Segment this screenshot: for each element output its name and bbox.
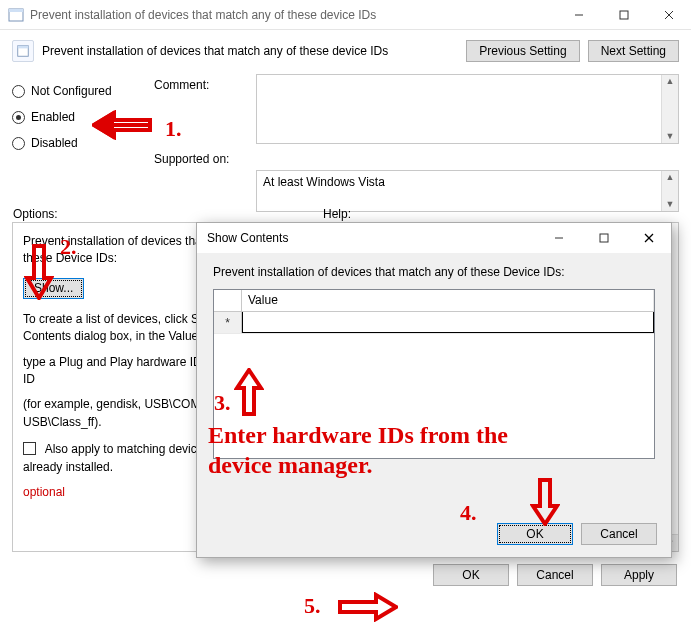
dialog-title: Show Contents — [207, 231, 536, 245]
grid-new-row[interactable]: * — [214, 312, 654, 334]
dialog-minimize-button[interactable] — [536, 223, 581, 253]
comment-scrollbar[interactable]: ▲▼ — [661, 75, 678, 143]
main-cancel-button[interactable]: Cancel — [517, 564, 593, 586]
show-button[interactable]: Show... — [23, 278, 84, 299]
annotation-number-5: 5. — [304, 593, 321, 619]
svg-rect-7 — [18, 46, 29, 49]
supported-on-label: Supported on: — [154, 152, 244, 178]
dialog-close-button[interactable] — [626, 223, 671, 253]
radio-enabled[interactable] — [12, 111, 25, 124]
radio-disabled[interactable] — [12, 137, 25, 150]
svg-rect-9 — [600, 234, 608, 242]
dialog-maximize-button[interactable] — [581, 223, 626, 253]
header-row: Prevent installation of devices that mat… — [0, 30, 691, 66]
grid-corner — [214, 290, 242, 311]
window-title: Prevent installation of devices that mat… — [30, 8, 556, 22]
grid-value-cell[interactable] — [242, 312, 654, 333]
radio-disabled-label: Disabled — [31, 136, 78, 150]
dialog-description: Prevent installation of devices that mat… — [213, 265, 655, 279]
window-maximize-button[interactable] — [601, 0, 646, 30]
window-close-button[interactable] — [646, 0, 691, 30]
supported-on-text: At least Windows Vista — [257, 171, 661, 211]
options-heading: Options: — [13, 207, 58, 221]
grid-col-value[interactable]: Value — [242, 290, 654, 311]
svg-rect-1 — [9, 9, 23, 12]
grid-new-row-marker: * — [214, 312, 242, 333]
main-apply-button[interactable]: Apply — [601, 564, 677, 586]
dialog-titlebar: Show Contents — [197, 223, 671, 253]
window-minimize-button[interactable] — [556, 0, 601, 30]
previous-setting-button[interactable]: Previous Setting — [466, 40, 579, 62]
main-ok-button[interactable]: OK — [433, 564, 509, 586]
policy-title: Prevent installation of devices that mat… — [42, 44, 458, 58]
radio-enabled-label: Enabled — [31, 110, 75, 124]
annotation-arrow-5 — [338, 592, 398, 622]
help-heading: Help: — [323, 207, 351, 221]
supported-scrollbar[interactable]: ▲▼ — [661, 171, 678, 211]
svg-rect-3 — [620, 11, 628, 19]
comment-textarea[interactable]: ▲▼ — [256, 74, 679, 144]
radio-not-configured-label: Not Configured — [31, 84, 112, 98]
next-setting-button[interactable]: Next Setting — [588, 40, 679, 62]
policy-app-icon — [8, 7, 24, 23]
state-radio-group: Not Configured Enabled Disabled — [12, 72, 142, 212]
comment-label: Comment: — [154, 78, 244, 104]
policy-icon — [12, 40, 34, 62]
show-contents-dialog: Show Contents Prevent installation of de… — [196, 222, 672, 558]
radio-not-configured[interactable] — [12, 85, 25, 98]
value-grid[interactable]: Value * — [213, 289, 655, 459]
also-apply-checkbox[interactable] — [23, 442, 36, 455]
dialog-ok-button[interactable]: OK — [497, 523, 573, 545]
supported-on-box: At least Windows Vista ▲▼ — [256, 170, 679, 212]
main-titlebar: Prevent installation of devices that mat… — [0, 0, 691, 30]
dialog-cancel-button[interactable]: Cancel — [581, 523, 657, 545]
